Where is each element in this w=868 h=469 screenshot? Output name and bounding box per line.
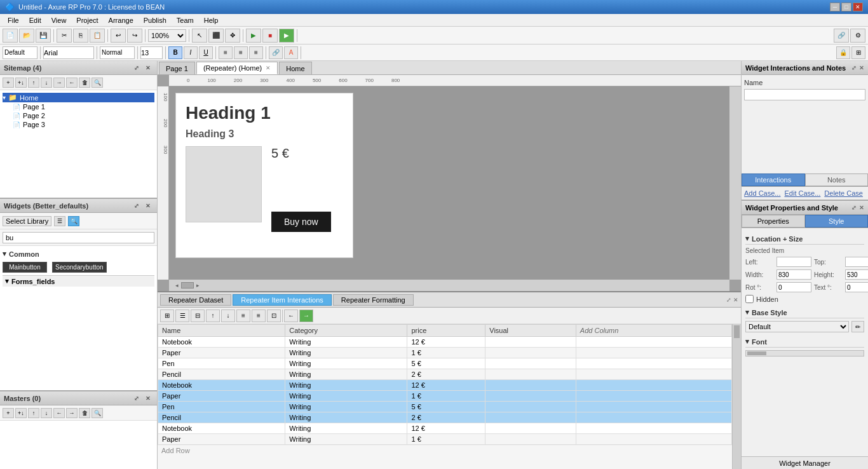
width-input[interactable] — [776, 269, 811, 280]
wi-name-input[interactable] — [744, 89, 865, 100]
scroll-right-btn[interactable]: ▸ — [196, 282, 200, 289]
edit-case-link[interactable]: Edit Case... — [784, 189, 820, 197]
menu-project[interactable]: Project — [71, 15, 103, 25]
italic-btn[interactable]: I — [184, 46, 198, 59]
delete-case-link[interactable]: Delete Case — [824, 189, 863, 197]
masters-add-btn[interactable]: + — [3, 408, 14, 418]
play-btn[interactable]: ▶ — [246, 29, 261, 43]
masters-right-btn[interactable]: → — [66, 408, 78, 418]
table-cell-name-9[interactable]: Paper — [158, 434, 285, 445]
open-btn[interactable]: 📂 — [19, 29, 34, 43]
sitemap-indent-btn[interactable]: → — [53, 78, 65, 88]
tab-repeater-interactions[interactable]: Repeater Item Interactions — [233, 294, 332, 306]
group-btn[interactable]: ⊞ — [851, 46, 865, 59]
text-style-dropdown[interactable]: Normal — [100, 46, 135, 59]
preview-btn[interactable]: ▶ — [279, 29, 294, 43]
close-btn[interactable]: ✕ — [853, 3, 863, 11]
tab-repeater-home[interactable]: (Repeater) (Home) ✕ — [196, 62, 278, 74]
masters-expand-btn[interactable]: ⤢ — [132, 393, 142, 404]
left-input[interactable] — [776, 257, 811, 267]
widgets-close-btn[interactable]: ✕ — [143, 201, 153, 211]
wp-tab-properties[interactable]: Properties — [742, 215, 805, 228]
table-cell-category-4[interactable]: Writing — [285, 380, 407, 391]
table-row[interactable]: PaperWriting1 € — [158, 391, 732, 402]
bt-merge-btn[interactable]: ⊡ — [267, 309, 281, 322]
table-row[interactable]: PencilWriting2 € — [158, 369, 732, 380]
sitemap-add-btn[interactable]: + — [3, 78, 14, 88]
table-cell-price-0[interactable]: 12 € — [407, 337, 485, 348]
style-dropdown[interactable]: Default — [3, 46, 37, 59]
color-btn[interactable]: A — [284, 46, 298, 59]
bt-grid-btn[interactable]: ⊞ — [160, 309, 174, 322]
cut-btn[interactable]: ✂ — [57, 29, 72, 43]
table-cell-name-6[interactable]: Pen — [158, 402, 285, 412]
menu-view[interactable]: View — [46, 15, 72, 25]
sitemap-page1-item[interactable]: 📄 Page 1 — [3, 102, 154, 111]
wi-tab-interactions[interactable]: Interactions — [742, 173, 805, 186]
stop-btn[interactable]: ■ — [262, 29, 278, 43]
table-cell-price-4[interactable]: 12 € — [407, 380, 485, 391]
select-btn[interactable]: ⬛ — [208, 29, 224, 43]
tab-repeater-close-icon[interactable]: ✕ — [266, 65, 271, 71]
secondarybutton-widget[interactable]: Secondarybutton — [52, 262, 107, 273]
table-cell-category-0[interactable]: Writing — [285, 337, 407, 348]
masters-add2-btn[interactable]: +↓ — [15, 408, 27, 418]
font-input[interactable] — [43, 46, 94, 59]
underline-btn[interactable]: U — [199, 46, 213, 59]
wi-close-btn[interactable]: ✕ — [859, 65, 864, 71]
table-cell-name-5[interactable]: Paper — [158, 391, 285, 402]
masters-close-btn[interactable]: ✕ — [143, 393, 153, 404]
sitemap-delete-btn[interactable]: 🗑 — [79, 78, 90, 88]
maximize-btn[interactable]: □ — [841, 3, 851, 11]
align-center-btn[interactable]: ≡ — [234, 46, 248, 59]
bt-table-btn[interactable]: ⊟ — [191, 309, 205, 322]
text-rot-input[interactable] — [845, 282, 868, 292]
widget-search-input[interactable] — [3, 232, 154, 243]
table-row[interactable]: NotebookWriting12 € — [158, 337, 732, 348]
table-cell-category-7[interactable]: Writing — [285, 412, 407, 423]
connect-btn[interactable]: ✥ — [225, 29, 240, 43]
minimize-btn[interactable]: ─ — [830, 3, 840, 11]
tab-page1[interactable]: Page 1 — [159, 62, 195, 74]
bt-list-btn[interactable]: ☰ — [175, 309, 189, 322]
copy-btn[interactable]: ⎘ — [73, 29, 88, 43]
base-style-edit-btn[interactable]: ✏ — [851, 321, 864, 332]
sitemap-up-btn[interactable]: ↑ — [28, 78, 39, 88]
widget-manager-btn[interactable]: Widget Manager — [742, 456, 868, 469]
table-cell-price-7[interactable]: 2 € — [407, 412, 485, 423]
masters-delete-btn[interactable]: 🗑 — [79, 408, 90, 418]
sitemap-down-btn[interactable]: ↓ — [41, 78, 52, 88]
table-cell-name-4[interactable]: Notebook — [158, 380, 285, 391]
new-btn[interactable]: 📄 — [3, 29, 18, 43]
table-cell-price-8[interactable]: 12 € — [407, 423, 485, 434]
bottom-panel-expand-btn[interactable]: ⤢ ✕ — [726, 297, 738, 303]
sitemap-page2-item[interactable]: 📄 Page 2 — [3, 111, 154, 120]
add-row-btn[interactable]: Add Row — [158, 445, 732, 456]
undo-btn[interactable]: ↩ — [111, 29, 126, 43]
widget-menu-btn[interactable]: ☰ — [54, 216, 65, 226]
table-cell-name-2[interactable]: Pen — [158, 358, 285, 369]
height-input[interactable] — [845, 269, 868, 280]
menu-arrange[interactable]: Arrange — [104, 15, 139, 25]
paste-btn[interactable]: 📋 — [90, 29, 105, 43]
table-row[interactable]: NotebookWriting12 € — [158, 423, 732, 434]
widgets-expand-btn[interactable]: ⤢ — [132, 201, 142, 211]
zoom-select[interactable]: 100% 75% 50% 150% — [148, 29, 186, 42]
table-cell-name-8[interactable]: Notebook — [158, 423, 285, 434]
canvas-buy-btn[interactable]: Buy now — [271, 212, 331, 232]
hidden-checkbox[interactable] — [745, 295, 754, 303]
bt-left-arrow-btn[interactable]: ← — [284, 309, 298, 322]
arrow-btn[interactable]: ↖ — [192, 29, 207, 43]
table-cell-category-9[interactable]: Writing — [285, 434, 407, 445]
save-btn[interactable]: 💾 — [36, 29, 51, 43]
masters-search-btn[interactable]: 🔍 — [92, 408, 103, 418]
font-size-input[interactable] — [140, 46, 163, 59]
share-btn[interactable]: 🔗 — [834, 29, 849, 43]
wp-expand-btn[interactable]: ⤢ — [851, 205, 857, 211]
font-scroll-thumb[interactable] — [747, 351, 766, 355]
col-add[interactable]: Add Column — [576, 325, 731, 337]
table-cell-name-7[interactable]: Pencil — [158, 412, 285, 423]
redo-btn[interactable]: ↪ — [127, 29, 142, 43]
table-cell-category-6[interactable]: Writing — [285, 402, 407, 412]
menu-file[interactable]: File — [3, 15, 24, 25]
